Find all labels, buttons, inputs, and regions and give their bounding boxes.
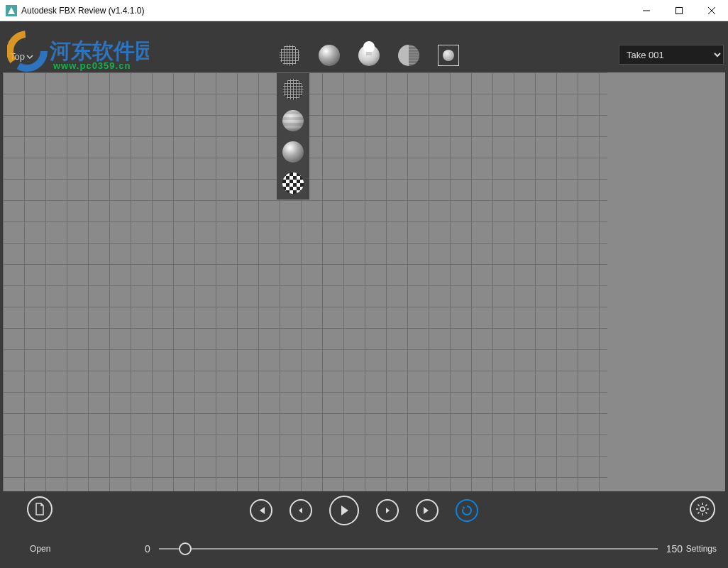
step-forward-button[interactable] (376, 499, 399, 522)
open-button[interactable] (27, 496, 53, 522)
skip-start-icon (256, 506, 266, 515)
side-panel (607, 72, 725, 491)
svg-text:河东软件园: 河东软件园 (49, 39, 149, 62)
watermark-url: www.pc0359.cn (53, 60, 131, 71)
take-selector[interactable]: Take 001 (619, 45, 724, 65)
window-titlebar: Autodesk FBX Review (v1.4.1.0) (0, 0, 728, 21)
shading-dropdown-menu (277, 73, 309, 200)
svg-line-15 (698, 512, 700, 513)
chevron-down-icon (26, 53, 33, 60)
loop-button[interactable] (456, 499, 478, 522)
wireframe-sphere-icon (282, 79, 304, 100)
svg-line-13 (698, 505, 700, 506)
step-forward-icon (382, 506, 392, 515)
play-button[interactable] (329, 496, 359, 525)
skip-end-icon (422, 506, 432, 515)
wireframe-mode-button[interactable] (277, 43, 302, 68)
view-selector[interactable]: Top (10, 51, 33, 62)
checker-sphere-icon (282, 173, 304, 194)
timeline-end-label: 150 (666, 543, 683, 555)
shading-option-wireframe[interactable] (281, 77, 305, 102)
settings-label: Settings (686, 544, 717, 554)
flat-sphere-icon (282, 110, 304, 131)
timeline-start-label: 0 (145, 543, 150, 555)
shading-option-textured[interactable] (281, 171, 305, 195)
minimize-button[interactable] (630, 0, 663, 21)
svg-rect-2 (676, 7, 683, 13)
play-icon (338, 504, 351, 517)
gear-icon (695, 502, 710, 516)
timeline-thumb[interactable] (179, 542, 192, 555)
shading-option-smooth[interactable] (281, 140, 305, 164)
go-to-end-button[interactable] (416, 499, 439, 522)
svg-line-14 (705, 512, 707, 513)
app-icon (6, 5, 17, 16)
shading-option-flat[interactable] (281, 109, 305, 133)
smooth-sphere-icon (282, 141, 304, 163)
lit-sphere-icon (358, 45, 380, 66)
frame-icon (438, 45, 459, 66)
app-body: 河东软件园 www.pc0359.cn Top Take 001 (0, 21, 728, 568)
maximize-button[interactable] (663, 0, 695, 21)
xray-mode-button[interactable] (396, 43, 421, 68)
go-to-start-button[interactable] (250, 499, 272, 522)
file-icon (33, 503, 46, 515)
timeline-slider[interactable] (159, 548, 658, 550)
playback-controls (3, 491, 725, 530)
bulb-icon (363, 41, 375, 53)
loop-icon (461, 505, 473, 516)
window-title: Autodesk FBX Review (v1.4.1.0) (21, 6, 630, 16)
display-mode-toolbar (277, 43, 461, 68)
svg-point-8 (700, 507, 705, 511)
settings-area (690, 496, 715, 522)
shaded-mode-button[interactable] (316, 43, 342, 68)
lighting-mode-button[interactable] (356, 43, 382, 68)
close-button[interactable] (695, 0, 728, 21)
split-sphere-icon (398, 45, 419, 66)
open-file-area (27, 496, 53, 522)
settings-button[interactable] (690, 496, 715, 522)
step-back-icon (296, 506, 306, 515)
wireframe-sphere-icon (279, 45, 300, 66)
frame-all-button[interactable] (436, 43, 461, 68)
timeline-row: Open 0 150 Settings (3, 530, 725, 568)
svg-line-16 (705, 505, 707, 506)
step-back-button[interactable] (289, 499, 312, 522)
bottom-bar: Open 0 150 Settings (3, 491, 725, 568)
view-label-text: Top (10, 51, 25, 62)
open-label: Open (30, 544, 50, 554)
shaded-sphere-icon (319, 45, 340, 66)
